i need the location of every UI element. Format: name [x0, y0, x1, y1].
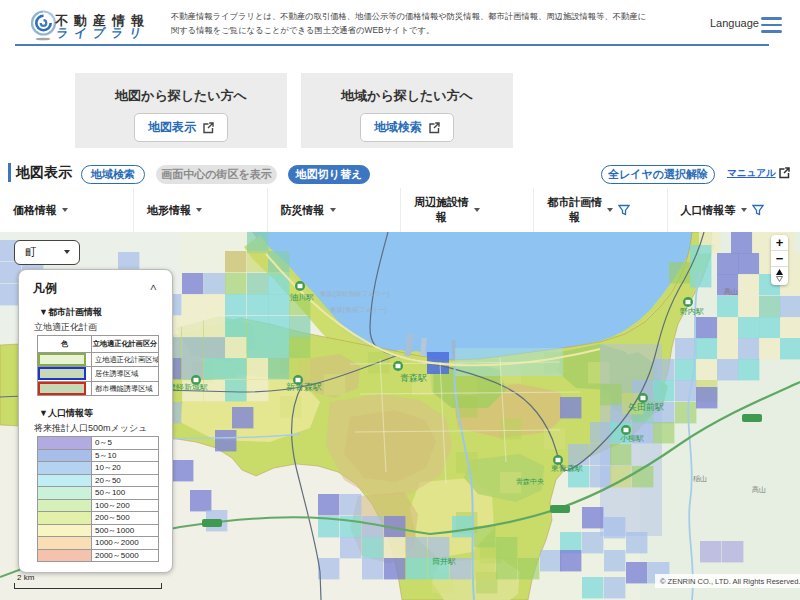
svg-text:© ZENRIN CO., LTD. All Rights: © ZENRIN CO., LTD. All Rights Reserved.	[660, 577, 800, 586]
svg-text:青森(津軽海峡フェリー): 青森(津軽海峡フェリー)	[320, 290, 390, 298]
svg-text:小柳駅: 小柳駅	[620, 434, 644, 443]
svg-text:青森(青函フェリー): 青森(青函フェリー)	[330, 306, 387, 314]
svg-text:青森駅: 青森駅	[400, 373, 427, 383]
svg-text:矢田前駅: 矢田前駅	[628, 402, 664, 412]
svg-text:高山: 高山	[724, 288, 738, 295]
svg-text:青森中央: 青森中央	[516, 478, 544, 486]
svg-text:新青森駅: 新青森駅	[286, 382, 322, 392]
svg-text:津軽新城駅: 津軽新城駅	[168, 383, 208, 392]
svg-text:油川駅: 油川駅	[290, 293, 314, 302]
svg-text:東青森駅: 東青森駅	[551, 464, 583, 473]
svg-text:稲山: 稲山	[693, 475, 707, 483]
svg-text:筒井駅: 筒井駅	[432, 557, 456, 566]
svg-text:高山: 高山	[752, 486, 766, 493]
svg-text:野内駅: 野内駅	[680, 307, 704, 316]
